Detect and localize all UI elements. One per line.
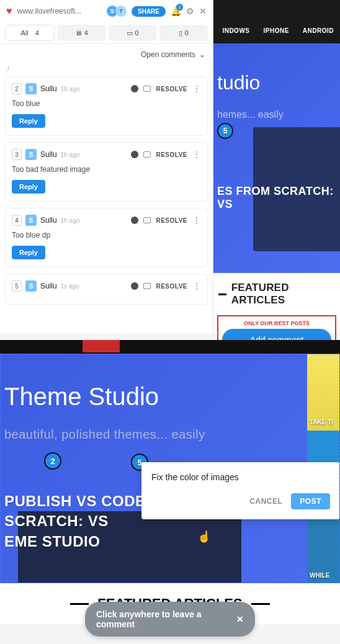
eye-icon[interactable] (131, 85, 138, 92)
comment-number: 5 (12, 280, 22, 292)
comment-card[interactable]: 4SSullu1h agoRESOLVE⋮Too blue dpReply (5, 208, 208, 267)
cancel-button[interactable]: CANCEL (249, 493, 282, 509)
toast-text: Click anywhere to leave a comment (96, 609, 229, 629)
reply-button[interactable]: Reply (12, 114, 45, 128)
hero-overlay-text: ES FROM SCRATCH: VS (217, 185, 340, 211)
tab-all[interactable]: All 4 (5, 25, 55, 41)
hero-title: tudio (217, 71, 260, 94)
notification-badge: 1 (176, 4, 183, 11)
comment-number: 4 (12, 215, 22, 226)
avatar: S (25, 215, 37, 226)
filter-tabs: All 4 🖥4 ▭0 ▯0 (0, 22, 213, 44)
nav-link[interactable]: INDOWS (222, 27, 249, 34)
nav-link[interactable]: ANDROID (303, 27, 334, 34)
hint-toast: Click anywhere to leave a comment ✕ (85, 602, 255, 637)
cursor-icon: ☝ (197, 530, 211, 543)
comments-panel: ♥ www.ilovefreesoft... S T SHARE 🔔 1 ⚙ ✕… (0, 0, 213, 333)
divider (70, 603, 89, 605)
more-icon[interactable]: ⋮ (192, 216, 201, 225)
hero-title: Theme Studio (4, 383, 159, 411)
comment-number: 2 (12, 83, 22, 94)
username: Sullu (40, 150, 57, 159)
active-indicator (83, 340, 120, 352)
tablet-icon: ▭ (127, 29, 133, 37)
avatar: S (25, 83, 37, 94)
notifications-button[interactable]: 🔔 1 (171, 6, 181, 17)
eye-icon[interactable] (131, 282, 138, 290)
site-nav: INDOWS IPHONE ANDROID (216, 19, 340, 43)
comment-text: Too blue dp (12, 231, 201, 239)
hero-subtitle: beautiful, polished themes... easily (4, 427, 205, 442)
heart-icon: ♥ (6, 6, 12, 17)
top-strip (0, 340, 340, 354)
tab-desktop[interactable]: 🖥4 (57, 25, 105, 41)
hero-bottom[interactable]: Theme Studio beautiful, polished themes.… (0, 354, 340, 583)
avatar[interactable]: T (115, 6, 127, 17)
post-button[interactable]: POST (291, 493, 330, 509)
comment-pin[interactable]: 2 (44, 452, 61, 470)
comment-pin[interactable]: 5 (217, 123, 233, 139)
timestamp: 1h ago (61, 151, 80, 158)
comment-card[interactable]: 2SSullu1h agoRESOLVE⋮Too blueReply (5, 76, 208, 136)
page-url: www.ilovefreesoft... (17, 7, 104, 16)
tab-tablet[interactable]: ▭0 (109, 25, 157, 41)
close-icon[interactable]: ✕ (199, 6, 207, 16)
more-icon[interactable]: ⋮ (192, 150, 201, 159)
resolve-button[interactable]: RESOLVE (156, 217, 187, 224)
avatar-group: S T (109, 6, 127, 17)
screen-icon[interactable] (143, 86, 151, 92)
more-icon[interactable]: ⋮ (192, 282, 201, 290)
reply-button[interactable]: Reply (12, 246, 45, 259)
screen-icon[interactable] (143, 151, 151, 158)
screen-icon[interactable] (143, 217, 151, 223)
avatar: S (25, 149, 37, 160)
desktop-icon: 🖥 (75, 29, 82, 37)
open-comments-dropdown[interactable]: Open comments ⌄ (0, 44, 213, 65)
username: Sullu (40, 84, 57, 93)
featured-subtext: ONLY OUR BEST POSTS (222, 320, 331, 326)
breadcrumb: / (0, 65, 213, 76)
resolve-button[interactable]: RESOLVE (156, 151, 187, 158)
gear-icon[interactable]: ⚙ (186, 6, 194, 16)
reply-button[interactable]: Reply (12, 180, 45, 194)
comment-input[interactable]: Fix the color of images (151, 472, 330, 482)
eye-icon[interactable] (131, 151, 138, 158)
comment-card[interactable]: 3SSullu1h agoRESOLVE⋮Too bad featured im… (5, 142, 208, 202)
more-icon[interactable]: ⋮ (192, 84, 201, 93)
featured-top: FEATURED ARTICLES ONLY OUR BEST POSTS Ad… (213, 273, 340, 333)
panel-header: ♥ www.ilovefreesoft... S T SHARE 🔔 1 ⚙ ✕ (0, 0, 213, 22)
username: Sullu (40, 282, 57, 290)
hero-subtitle: hemes... easily (217, 109, 284, 120)
resolve-button[interactable]: RESOLVE (156, 86, 187, 92)
timestamp: 1s ago (61, 283, 79, 290)
screen-icon[interactable] (143, 283, 151, 289)
divider (251, 603, 270, 605)
chevron-down-icon: ⌄ (199, 50, 205, 59)
article-thumb[interactable]: TAKE TI (307, 354, 339, 431)
comment-text: Too blue (12, 99, 201, 108)
comment-number: 3 (12, 149, 22, 160)
resolve-button[interactable]: RESOLVE (156, 283, 187, 290)
mobile-icon: ▯ (179, 29, 182, 37)
share-button[interactable]: SHARE (132, 6, 166, 17)
new-comment-popup: Fix the color of images CANCEL POST (141, 462, 340, 519)
avatar: S (25, 280, 37, 292)
username: Sullu (40, 216, 57, 225)
featured-heading: FEATURED ARTICLES (231, 282, 335, 306)
hero-preview-top: tudio hemes... easily 5 ES FROM SCRATCH:… (213, 43, 340, 273)
timestamp: 1h ago (61, 217, 80, 224)
comment-card[interactable]: 5SSullu1s agoRESOLVE⋮ (5, 274, 208, 305)
tab-mobile[interactable]: ▯0 (159, 25, 208, 41)
close-icon[interactable]: ✕ (236, 614, 244, 624)
timestamp: 1h ago (61, 86, 80, 92)
eye-icon[interactable] (131, 217, 138, 224)
divider (218, 293, 226, 295)
nav-link[interactable]: IPHONE (263, 27, 289, 34)
comment-text: Too bad featured image (12, 165, 201, 174)
